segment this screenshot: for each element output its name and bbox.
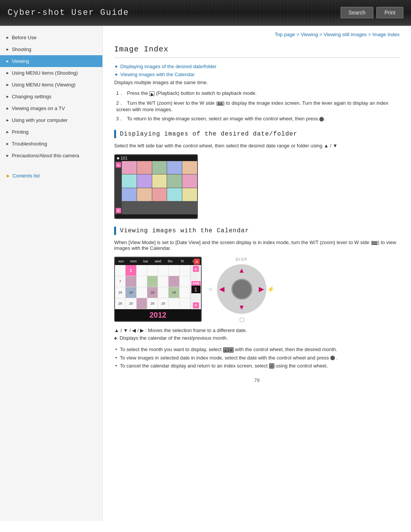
sidebar-item-label: Printing [12, 129, 29, 135]
year-display: 2012 [115, 309, 201, 321]
step-1: 1． Press the ► (Playback) button to swit… [114, 90, 400, 97]
cal-cell [158, 287, 169, 298]
sidebar-item-precautions[interactable]: ► Precautions/About this camera [0, 150, 102, 161]
sidebar-item-viewing[interactable]: ► Viewing [0, 55, 102, 67]
playback-icon: ► [149, 91, 155, 96]
cal-cell-img[interactable]: 18 [169, 287, 179, 298]
cal-row-4: 28 29 28 29 [115, 298, 190, 309]
breadcrumb-link[interactable]: Top page [275, 32, 295, 37]
cal-cell [137, 265, 147, 276]
arrow-right-icon: ► [6, 173, 11, 179]
cal-cell-img[interactable]: 18 [147, 287, 158, 298]
month-up-btn[interactable]: ▲ [193, 266, 199, 272]
sidebar-item-menu-viewing[interactable]: ► Using MENU items (Viewing) [0, 79, 102, 91]
section-link-label: Viewing images with the Calendar [120, 72, 195, 77]
screen-header: ■ 101 [115, 155, 197, 161]
year-label: 1 [191, 286, 201, 293]
calendar-day-headers: sun mon tue wed thu fri sat [115, 257, 201, 265]
grid-cell [167, 161, 182, 174]
section1-text: Select the left side bar with the contro… [114, 143, 400, 149]
chevron-right-icon: ► [6, 118, 10, 122]
grid-cell [137, 161, 152, 174]
breadcrumb-separator: > [368, 32, 372, 37]
sidebar-item-printing[interactable]: ► Printing [0, 126, 102, 138]
grid-cell [152, 201, 167, 214]
cal-cell: 29 [126, 298, 136, 309]
cal-cell-img[interactable] [137, 298, 147, 309]
step-list: 1． Press the ► (Playback) button to swit… [114, 90, 400, 122]
step-3: 3． To return to the single-image screen,… [114, 115, 400, 122]
grid-cell [152, 174, 167, 187]
cal-row-2: 7 [115, 276, 190, 287]
page-title: Image Index [114, 45, 400, 58]
chevron-right-icon: ► [6, 59, 10, 63]
cal-cell [180, 287, 190, 298]
grid-icon [372, 241, 378, 245]
header-buttons: Search Print [341, 7, 403, 18]
sidebar-item-viewing-tv[interactable]: ► Viewing images on a TV [0, 102, 102, 114]
grid-cell [137, 174, 152, 187]
cal-cell [137, 276, 147, 287]
sidebar-item-using-computer[interactable]: ► Using with your computer [0, 114, 102, 126]
section2-intro: When [View Mode] is set to [Date View] a… [114, 240, 400, 251]
section-link-2[interactable]: ▼ Viewing images with the Calendar [114, 72, 400, 77]
step-2: 2． Turn the W/T (zoom) lever to the W si… [114, 100, 400, 112]
arrow-description: ▲ / ▼ / ◀ / ▶ : Moves the selection fram… [114, 328, 400, 333]
sidebar-item-troubleshooting[interactable]: ► Troubleshooting [0, 138, 102, 150]
app-title: Cyber-shot User Guide [8, 8, 129, 18]
day-fri: fri [176, 259, 188, 264]
close-button[interactable]: ✕ [194, 259, 200, 265]
print-button[interactable]: Print [376, 7, 403, 18]
grid-cell [152, 188, 167, 201]
cal-cell-img[interactable] [147, 276, 158, 287]
circle-button-icon [319, 117, 324, 121]
nav-up-btn[interactable]: ▲ [116, 162, 121, 168]
bullet-1: To select the month you want to display,… [114, 345, 400, 354]
image-grid [122, 161, 197, 214]
control-wheel[interactable]: ▲ ▶ ▼ ◀ [217, 264, 266, 314]
disp-label: DISP [236, 257, 247, 262]
section2-header: Viewing images with the Calendar [114, 227, 400, 235]
circle-button-icon [330, 356, 335, 360]
left-arrow-icon: ◀ [219, 285, 225, 293]
image-index-screenshot: ■ 101 ▲ ▼ [114, 154, 198, 219]
sidebar-item-label: Shooting [12, 46, 31, 52]
day-tue: tue [140, 259, 152, 264]
grid-cell [152, 161, 167, 174]
sidebar-item-changing-settings[interactable]: ► Changing settings [0, 91, 102, 102]
sidebar-item-menu-shooting[interactable]: ► Using MENU items (Shooting) [0, 67, 102, 79]
grid-cell [182, 201, 197, 214]
breadcrumb-link[interactable]: Viewing still images [323, 32, 366, 37]
right-arrow-icon: ▶ [259, 285, 264, 293]
cal-cell: 18 [115, 287, 126, 298]
grid-cell [182, 161, 197, 174]
cal-cell-img[interactable]: 18 [126, 287, 136, 298]
nav-down-btn[interactable]: ▼ [116, 208, 121, 213]
breadcrumb-separator: > [296, 32, 301, 37]
search-button[interactable]: Search [341, 7, 373, 18]
contents-list-link[interactable]: ► Contents list [0, 169, 102, 182]
chevron-right-icon: ► [6, 35, 10, 40]
month-down-btn[interactable]: ▼ [193, 302, 199, 308]
main-content: Top page > Viewing > Viewing still image… [103, 26, 411, 521]
cal-cell-img[interactable] [169, 276, 179, 287]
cal-cell [169, 298, 179, 309]
cal-cell-img[interactable] [126, 276, 136, 287]
grid-cell [182, 174, 197, 187]
breadcrumb-link[interactable]: Viewing [301, 32, 318, 37]
cal-cell-1[interactable]: 1 [126, 265, 136, 276]
sidebar-item-before-use[interactable]: ► Before Use [0, 32, 102, 43]
grid-cell [137, 188, 152, 201]
down-icon: ▼ [228, 347, 234, 353]
wheel-center[interactable] [231, 279, 252, 300]
timer-icon: ◯ [239, 317, 244, 322]
x-icon: ✕ [269, 363, 274, 369]
sidebar-item-shooting[interactable]: ► Shooting [0, 43, 102, 55]
up-icon: ▲ [223, 347, 228, 353]
side-nav: ▲ ▼ [115, 161, 122, 214]
cal-cell [147, 265, 158, 276]
chevron-right-icon: ► [6, 94, 10, 99]
grid-icon [218, 102, 223, 105]
section-link-1[interactable]: ▼ Displaying images of the desired date/… [114, 64, 400, 69]
grid-cell [167, 188, 182, 201]
